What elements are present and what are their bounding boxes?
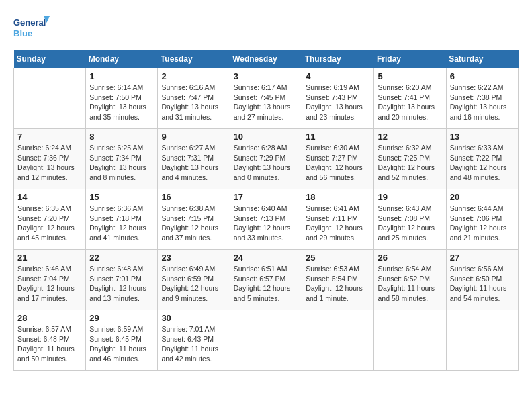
day-info: Sunrise: 6:22 AM Sunset: 7:38 PM Dayligh… — [450, 83, 515, 122]
calendar-cell: 12Sunrise: 6:32 AM Sunset: 7:25 PM Dayli… — [374, 129, 446, 189]
day-info: Sunrise: 6:43 AM Sunset: 7:08 PM Dayligh… — [378, 203, 442, 243]
day-number: 16 — [161, 192, 226, 202]
day-info: Sunrise: 6:24 AM Sunset: 7:36 PM Dayligh… — [17, 143, 82, 183]
day-info: Sunrise: 6:49 AM Sunset: 6:59 PM Dayligh… — [161, 264, 226, 304]
svg-text:General: General — [13, 17, 46, 28]
logo: General Blue — [13, 13, 50, 44]
day-number: 11 — [306, 132, 370, 142]
calendar-cell: 27Sunrise: 6:56 AM Sunset: 6:50 PM Dayli… — [446, 250, 518, 310]
day-info: Sunrise: 6:53 AM Sunset: 6:54 PM Dayligh… — [306, 264, 370, 304]
day-info: Sunrise: 6:48 AM Sunset: 7:01 PM Dayligh… — [89, 264, 154, 304]
day-header-saturday: Saturday — [446, 50, 518, 68]
day-number: 4 — [306, 71, 370, 81]
day-info: Sunrise: 6:36 AM Sunset: 7:18 PM Dayligh… — [89, 203, 154, 243]
calendar-cell: 4Sunrise: 6:19 AM Sunset: 7:43 PM Daylig… — [302, 68, 374, 129]
week-row-2: 7Sunrise: 6:24 AM Sunset: 7:36 PM Daylig… — [14, 129, 519, 189]
day-info: Sunrise: 6:25 AM Sunset: 7:34 PM Dayligh… — [89, 143, 154, 183]
day-info: Sunrise: 6:56 AM Sunset: 6:50 PM Dayligh… — [450, 264, 515, 304]
day-number: 24 — [234, 253, 299, 263]
day-number: 19 — [378, 192, 442, 202]
day-info: Sunrise: 6:27 AM Sunset: 7:31 PM Dayligh… — [161, 143, 226, 183]
calendar-cell: 29Sunrise: 6:59 AM Sunset: 6:45 PM Dayli… — [86, 310, 158, 371]
calendar-cell: 16Sunrise: 6:38 AM Sunset: 7:15 PM Dayli… — [158, 189, 230, 250]
page-header: General Blue — [13, 13, 519, 44]
calendar-cell: 21Sunrise: 6:46 AM Sunset: 7:04 PM Dayli… — [14, 250, 86, 310]
day-info: Sunrise: 6:54 AM Sunset: 6:52 PM Dayligh… — [378, 264, 442, 304]
calendar-cell — [446, 310, 518, 371]
day-number: 7 — [17, 132, 82, 142]
day-header-monday: Monday — [86, 50, 158, 68]
day-info: Sunrise: 6:19 AM Sunset: 7:43 PM Dayligh… — [306, 83, 370, 122]
day-number: 30 — [161, 313, 226, 323]
day-info: Sunrise: 6:40 AM Sunset: 7:13 PM Dayligh… — [234, 203, 299, 243]
week-row-1: 1Sunrise: 6:14 AM Sunset: 7:50 PM Daylig… — [14, 68, 519, 129]
calendar-cell: 8Sunrise: 6:25 AM Sunset: 7:34 PM Daylig… — [86, 129, 158, 189]
day-header-wednesday: Wednesday — [230, 50, 302, 68]
calendar-cell — [374, 310, 446, 371]
calendar-cell: 25Sunrise: 6:53 AM Sunset: 6:54 PM Dayli… — [302, 250, 374, 310]
day-info: Sunrise: 6:59 AM Sunset: 6:45 PM Dayligh… — [89, 324, 154, 364]
day-info: Sunrise: 6:33 AM Sunset: 7:22 PM Dayligh… — [450, 143, 515, 183]
calendar-cell — [230, 310, 302, 371]
day-info: Sunrise: 6:16 AM Sunset: 7:47 PM Dayligh… — [161, 83, 226, 122]
day-info: Sunrise: 6:30 AM Sunset: 7:27 PM Dayligh… — [306, 143, 370, 183]
calendar-cell: 19Sunrise: 6:43 AM Sunset: 7:08 PM Dayli… — [374, 189, 446, 250]
day-number: 17 — [234, 192, 299, 202]
calendar-table: SundayMondayTuesdayWednesdayThursdayFrid… — [13, 50, 519, 371]
day-number: 22 — [89, 253, 154, 263]
day-number: 5 — [378, 71, 442, 81]
day-number: 12 — [378, 132, 442, 142]
calendar-cell: 23Sunrise: 6:49 AM Sunset: 6:59 PM Dayli… — [158, 250, 230, 310]
logo-svg: General Blue — [13, 13, 50, 44]
calendar-cell: 11Sunrise: 6:30 AM Sunset: 7:27 PM Dayli… — [302, 129, 374, 189]
day-number: 18 — [306, 192, 370, 202]
calendar-cell: 20Sunrise: 6:44 AM Sunset: 7:06 PM Dayli… — [446, 189, 518, 250]
day-info: Sunrise: 6:20 AM Sunset: 7:41 PM Dayligh… — [378, 83, 442, 122]
calendar-cell: 7Sunrise: 6:24 AM Sunset: 7:36 PM Daylig… — [14, 129, 86, 189]
day-info: Sunrise: 6:41 AM Sunset: 7:11 PM Dayligh… — [306, 203, 370, 243]
calendar-cell: 24Sunrise: 6:51 AM Sunset: 6:57 PM Dayli… — [230, 250, 302, 310]
calendar-cell: 6Sunrise: 6:22 AM Sunset: 7:38 PM Daylig… — [446, 68, 518, 129]
day-info: Sunrise: 7:01 AM Sunset: 6:43 PM Dayligh… — [161, 324, 226, 364]
calendar-cell: 22Sunrise: 6:48 AM Sunset: 7:01 PM Dayli… — [86, 250, 158, 310]
day-number: 23 — [161, 253, 226, 263]
calendar-cell: 28Sunrise: 6:57 AM Sunset: 6:48 PM Dayli… — [14, 310, 86, 371]
svg-text:Blue: Blue — [13, 28, 32, 38]
day-info: Sunrise: 6:14 AM Sunset: 7:50 PM Dayligh… — [89, 83, 154, 122]
calendar-cell: 15Sunrise: 6:36 AM Sunset: 7:18 PM Dayli… — [86, 189, 158, 250]
day-info: Sunrise: 6:46 AM Sunset: 7:04 PM Dayligh… — [17, 264, 82, 304]
week-row-4: 21Sunrise: 6:46 AM Sunset: 7:04 PM Dayli… — [14, 250, 519, 310]
day-number: 29 — [89, 313, 154, 323]
calendar-cell: 2Sunrise: 6:16 AM Sunset: 7:47 PM Daylig… — [158, 68, 230, 129]
day-info: Sunrise: 6:32 AM Sunset: 7:25 PM Dayligh… — [378, 143, 442, 183]
calendar-cell: 17Sunrise: 6:40 AM Sunset: 7:13 PM Dayli… — [230, 189, 302, 250]
calendar-cell: 3Sunrise: 6:17 AM Sunset: 7:45 PM Daylig… — [230, 68, 302, 129]
day-number: 9 — [161, 132, 226, 142]
day-info: Sunrise: 6:57 AM Sunset: 6:48 PM Dayligh… — [17, 324, 82, 364]
day-number: 25 — [306, 253, 370, 263]
day-info: Sunrise: 6:35 AM Sunset: 7:20 PM Dayligh… — [17, 203, 82, 243]
day-header-thursday: Thursday — [302, 50, 374, 68]
day-number: 20 — [450, 192, 515, 202]
day-number: 14 — [17, 192, 82, 202]
calendar-cell: 10Sunrise: 6:28 AM Sunset: 7:29 PM Dayli… — [230, 129, 302, 189]
day-number: 13 — [450, 132, 515, 142]
calendar-cell: 13Sunrise: 6:33 AM Sunset: 7:22 PM Dayli… — [446, 129, 518, 189]
day-number: 21 — [17, 253, 82, 263]
week-row-3: 14Sunrise: 6:35 AM Sunset: 7:20 PM Dayli… — [14, 189, 519, 250]
day-number: 27 — [450, 253, 515, 263]
day-number: 15 — [89, 192, 154, 202]
day-info: Sunrise: 6:17 AM Sunset: 7:45 PM Dayligh… — [234, 83, 299, 122]
calendar-cell: 5Sunrise: 6:20 AM Sunset: 7:41 PM Daylig… — [374, 68, 446, 129]
calendar-cell — [14, 68, 86, 129]
calendar-cell — [302, 310, 374, 371]
day-number: 2 — [161, 71, 226, 81]
day-header-friday: Friday — [374, 50, 446, 68]
day-number: 8 — [89, 132, 154, 142]
day-number: 1 — [89, 71, 154, 81]
day-info: Sunrise: 6:51 AM Sunset: 6:57 PM Dayligh… — [234, 264, 299, 304]
day-number: 28 — [17, 313, 82, 323]
calendar-cell: 1Sunrise: 6:14 AM Sunset: 7:50 PM Daylig… — [86, 68, 158, 129]
day-info: Sunrise: 6:38 AM Sunset: 7:15 PM Dayligh… — [161, 203, 226, 243]
day-header-tuesday: Tuesday — [158, 50, 230, 68]
